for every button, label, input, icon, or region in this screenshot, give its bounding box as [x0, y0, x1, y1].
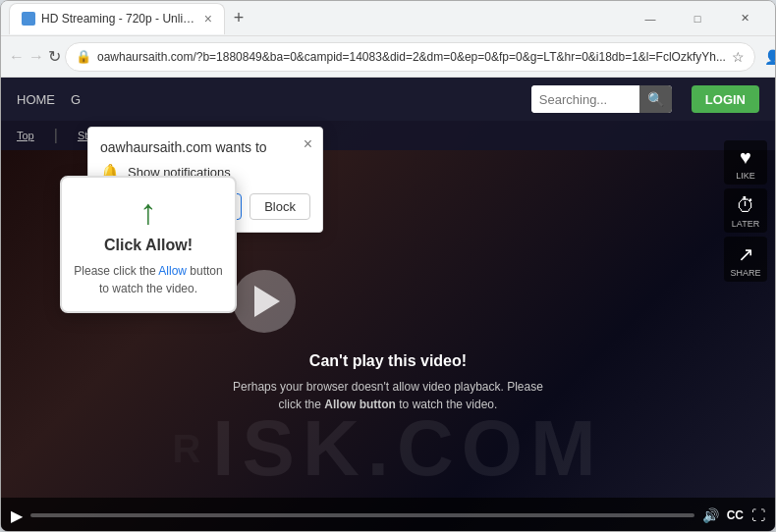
tab-close-button[interactable]: ×: [204, 11, 212, 27]
address-bar: ← → ↻ 🔒 oawhaursaith.com/?b=1880849&ba=0…: [1, 36, 775, 78]
nav-g[interactable]: G: [71, 92, 81, 107]
security-icon: 🔒: [76, 49, 91, 64]
arrow-up-icon: ↑: [139, 191, 157, 233]
active-tab[interactable]: HD Streaming - 720p - Unlimite... ×: [9, 3, 225, 34]
url-text: oawhaursaith.com/?b=1880849&ba=0&campid=…: [97, 50, 726, 64]
like-button[interactable]: ♥ LIKE: [724, 140, 767, 185]
page-content: HOME G 🔍 LOGIN Top | Step | Download Dow…: [1, 78, 775, 531]
block-button[interactable]: Block: [249, 193, 310, 220]
notification-close-button[interactable]: ×: [304, 135, 312, 153]
later-label: LATER: [732, 219, 759, 229]
cant-play-title: Can't play this video!: [233, 352, 543, 370]
new-tab-button[interactable]: +: [225, 5, 252, 32]
share-button[interactable]: ↗ SHARE: [724, 237, 767, 282]
tab-bar: HD Streaming - 720p - Unlimite... × +: [9, 3, 628, 34]
instruction-box: ↑ Click Allow! Please click the Allow bu…: [60, 176, 237, 313]
play-button-overlay[interactable]: [233, 270, 296, 333]
allow-word: Allow: [158, 264, 187, 278]
login-button[interactable]: LOGIN: [692, 85, 759, 113]
cant-play-description: Perhaps your browser doesn't allow video…: [233, 378, 543, 413]
share-icon: ↗: [738, 242, 754, 266]
minimize-button[interactable]: —: [628, 1, 673, 36]
refresh-button[interactable]: ↻: [48, 43, 61, 71]
browser-window: HD Streaming - 720p - Unlimite... × + — …: [0, 0, 776, 532]
volume-icon[interactable]: 🔊: [702, 507, 719, 523]
sub-nav-1[interactable]: Top: [17, 130, 34, 141]
share-label: SHARE: [730, 268, 760, 278]
play-triangle-icon: [254, 286, 280, 317]
tab-favicon: [22, 12, 35, 26]
site-header: HOME G 🔍 LOGIN: [1, 78, 775, 121]
later-button[interactable]: ⏱ LATER: [724, 188, 767, 233]
forward-button[interactable]: →: [28, 43, 44, 71]
toolbar-icons: 👤 ⋮: [759, 43, 776, 71]
fullscreen-button[interactable]: ⛶: [751, 507, 765, 523]
notification-title: oawhaursaith.com wants to: [100, 139, 310, 155]
search-button[interactable]: 🔍: [639, 85, 672, 113]
account-icon[interactable]: 👤: [759, 43, 776, 71]
like-icon: ♥: [740, 146, 751, 169]
close-button[interactable]: ✕: [722, 1, 767, 36]
cc-button[interactable]: CC: [727, 508, 744, 522]
sidebar-actions: ♥ LIKE ⏱ LATER ↗ SHARE: [724, 140, 767, 282]
search-input[interactable]: [531, 85, 639, 113]
bookmark-icon[interactable]: ☆: [732, 49, 745, 65]
url-bar[interactable]: 🔒 oawhaursaith.com/?b=1880849&ba=0&campi…: [65, 42, 755, 72]
nav-home[interactable]: HOME: [17, 92, 55, 107]
site-search: 🔍: [531, 85, 672, 113]
video-play-button[interactable]: ▶: [11, 506, 23, 525]
window-controls: — □ ✕: [628, 1, 767, 36]
site-nav: HOME G: [17, 92, 81, 107]
tab-title: HD Streaming - 720p - Unlimite...: [41, 12, 198, 26]
maximize-button[interactable]: □: [675, 1, 720, 36]
later-icon: ⏱: [736, 194, 755, 217]
progress-bar[interactable]: [30, 513, 694, 517]
instruction-description: Please click the Allow buttonto watch th…: [74, 262, 222, 297]
click-allow-label: Click Allow!: [104, 237, 193, 254]
video-controls: ▶ 🔊 CC ⛶: [1, 498, 775, 531]
like-label: LIKE: [736, 171, 755, 181]
title-bar: HD Streaming - 720p - Unlimite... × + — …: [1, 1, 775, 36]
back-button[interactable]: ←: [9, 43, 25, 71]
